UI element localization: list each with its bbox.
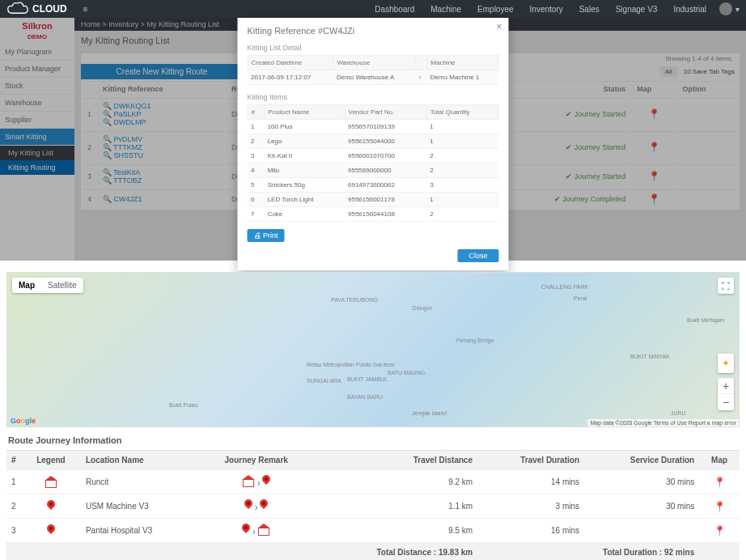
house-icon	[257, 524, 270, 535]
item-row: 6LED Torch Light95561560011781	[248, 193, 498, 207]
hamburger-icon[interactable]: ≡	[83, 5, 88, 14]
map-pin-button[interactable]: 📍	[714, 501, 726, 512]
nav-sales[interactable]: Sales	[571, 5, 608, 14]
nav-caret-icon[interactable]: ▾	[735, 5, 740, 14]
detail-created: 2017-06-09 17:12:07	[248, 70, 333, 85]
map-label: SUNGAI ARA	[307, 378, 341, 384]
jc-n: #	[6, 451, 21, 470]
side-sub-kitting-routing[interactable]: Kitting Routing	[0, 160, 74, 175]
arrow-icon: ›	[255, 502, 258, 513]
jc-dist: Travel Distance	[313, 451, 477, 470]
avatar[interactable]	[719, 2, 732, 15]
zoom-in-button[interactable]: +	[718, 378, 734, 394]
item-row: 1100 Plus95565701091391	[248, 120, 498, 134]
side-sub-my-kitting[interactable]: My Kitting List	[0, 146, 74, 160]
map-label: Relau Metropolitan Public Gardens	[307, 362, 395, 367]
pin-icon	[47, 524, 55, 536]
side-stock[interactable]: Stock	[0, 78, 74, 95]
section-items: Kitting Items	[238, 90, 509, 104]
items-table: # Product Name Vendor Part No. Total Qua…	[248, 104, 499, 222]
item-row: 7Coke95561560441082	[248, 207, 498, 222]
logo-text: CLOUD	[32, 3, 67, 15]
map-label: BUKIT MINYAK	[630, 354, 670, 359]
map-label: PAYA TERUBONG	[331, 297, 378, 303]
map-label: Perai	[574, 295, 587, 301]
jc-svc: Service Duration	[584, 451, 699, 470]
side-supplier[interactable]: Supplier	[0, 112, 74, 129]
cloud-icon	[6, 2, 29, 16]
journey-title: Route Journey Information	[0, 431, 746, 450]
side-product-manager[interactable]: Product Manager	[0, 61, 74, 78]
map-label: CHALLENG PARK	[541, 284, 588, 290]
pin-icon	[262, 475, 270, 486]
map-label: Jerejak Island	[412, 410, 447, 416]
nav-inventory[interactable]: Inventory	[522, 5, 571, 14]
map-label: Bukit Mertajam	[687, 317, 725, 323]
pegman-icon[interactable]: ✦	[718, 354, 734, 373]
side-warehouse[interactable]: Warehouse	[0, 95, 74, 112]
detail-warehouse: Demo Warehouse A	[333, 70, 416, 85]
zoom-control: + −	[718, 378, 734, 410]
showing-text: Showing 1-4 of 4 items.	[665, 55, 733, 62]
nav-employee[interactable]: Employee	[469, 5, 521, 14]
side-my-planogram[interactable]: My Planogram	[0, 44, 74, 61]
col-map: Map	[632, 81, 676, 96]
map-label: BAYAN BARU	[347, 394, 383, 400]
all-button[interactable]: All	[660, 66, 677, 77]
map-label: Gelugor	[412, 305, 432, 311]
map-label: JURU	[671, 410, 686, 416]
dh-warehouse: Warehouse	[333, 56, 416, 70]
close-icon[interactable]: ×	[496, 21, 502, 32]
print-label: Print	[263, 231, 278, 240]
pin-icon	[244, 499, 252, 511]
google-logo: Google	[11, 417, 36, 425]
arrow-icon: ›	[257, 477, 261, 489]
item-row: 5Snickers 50g69149736000623	[248, 178, 498, 193]
col-ref: Kitting Reference	[98, 81, 225, 96]
zoom-out-button[interactable]: −	[718, 394, 734, 410]
map-pin-button[interactable]: 📍	[714, 477, 726, 488]
tag-label: 10 Save Tab Tags	[679, 66, 740, 77]
map-pin-button[interactable]: 📍	[714, 525, 726, 537]
brand-sub: DEMO	[28, 33, 47, 40]
logo: CLOUD	[6, 2, 67, 16]
journey-table: # Legend Location Name Journey Remark Tr…	[6, 450, 740, 560]
nav-industrial[interactable]: Industrial	[665, 5, 714, 14]
map-label: Bukit Pulau	[169, 402, 197, 408]
nav-signage[interactable]: Signage V3	[608, 5, 666, 14]
map-type-satellite[interactable]: Satellite	[41, 278, 83, 293]
col-option: Option	[678, 81, 738, 96]
journey-totals: Total Distance : 19.83 km Total Duration…	[6, 543, 740, 561]
map-type-map[interactable]: Map	[12, 278, 41, 293]
fullscreen-icon[interactable]: ⛶	[718, 278, 734, 294]
print-button[interactable]: 🖨 Print	[248, 229, 285, 242]
close-button[interactable]: Close	[457, 249, 498, 262]
kitting-modal: × Kitting Reference #CW4JZi Kitting List…	[238, 18, 509, 270]
nav-dashboard[interactable]: Dashboard	[367, 5, 422, 14]
map-type-control: Map Satellite	[12, 278, 83, 293]
jc-legend: Legend	[21, 451, 81, 470]
sidebar: Silkron DEMO My Planogram Product Manage…	[0, 18, 74, 261]
journey-row: 1Runcit › 9.2 km14 mins30 mins📍	[6, 470, 740, 494]
jc-remark: Journey Remark	[199, 451, 312, 470]
pin-icon	[242, 524, 250, 535]
map-attr: Map data ©2020 Google Terms of Use Repor…	[587, 419, 739, 426]
ih-qty: Total Quantity	[426, 105, 498, 120]
house-icon	[45, 476, 57, 487]
brand-name: Silkron	[22, 21, 52, 31]
create-route-button[interactable]: Create New Kitting Route	[81, 64, 243, 79]
ih-vpn: Vendor Part No.	[345, 105, 426, 120]
modal-title: Kitting Reference #CW4JZi	[238, 18, 509, 40]
map[interactable]: PAYA TERUBONGGelugorSUNGAI ARABUKIT JAMB…	[6, 272, 740, 427]
map-label: Penang Bridge	[456, 337, 494, 343]
nav-machine[interactable]: Machine	[422, 5, 469, 14]
detail-machine: Demo Machine 1	[427, 70, 498, 85]
jc-loc: Location Name	[81, 451, 200, 470]
jc-map: Map	[699, 451, 740, 470]
pin-icon	[47, 500, 55, 511]
side-smart-kitting[interactable]: Smart Kitting	[0, 129, 74, 146]
brand: Silkron DEMO	[0, 18, 74, 44]
dh-machine: Machine	[427, 56, 498, 70]
dh-created: Created Datetime	[248, 56, 333, 70]
modal-overlay: Silkron DEMO My Planogram Product Manage…	[0, 18, 746, 261]
